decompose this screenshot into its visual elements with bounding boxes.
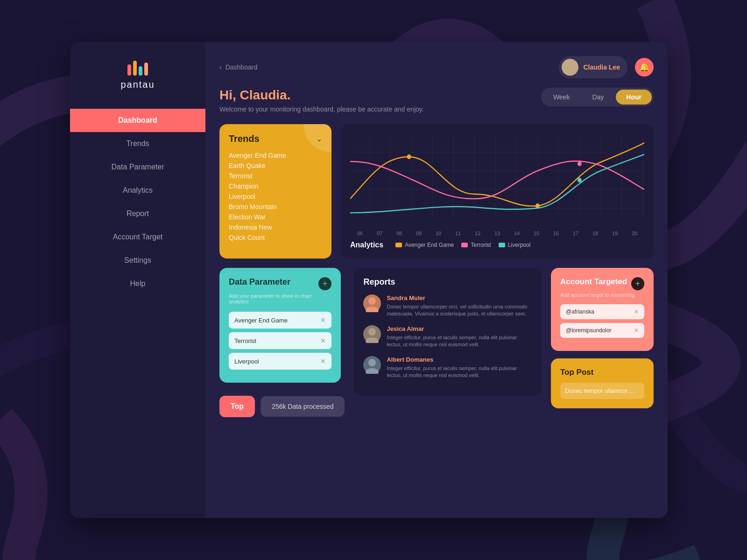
sidebar-item-account-target[interactable]: Account Target	[70, 225, 205, 249]
account-targeted-card: Account Targeted + Add account target to…	[551, 268, 654, 351]
reports-title: Reports	[363, 277, 532, 287]
top-label: Top	[219, 396, 255, 417]
chart-label-3: 09	[416, 231, 422, 236]
account-tag-1: @loremipsundolor ✕	[560, 323, 644, 338]
chart-label-14: 20	[632, 231, 637, 236]
nav-menu: Dashboard Trends Data Parameter Analytic…	[70, 109, 205, 295]
report-avatar-0	[363, 294, 381, 312]
sidebar-item-settings[interactable]: Settings	[70, 249, 205, 272]
legend-dot-0	[395, 243, 402, 247]
svg-point-25	[366, 307, 379, 312]
report-content-1: Jesica Almar Integer efficitur, purus et…	[387, 325, 532, 349]
chart-label-9: 15	[534, 231, 539, 236]
svg-point-23	[578, 178, 582, 182]
user-name: Claudia Lee	[583, 63, 620, 71]
chart-label-13: 19	[612, 231, 618, 236]
data-processed: 256k Data processed	[261, 396, 345, 417]
account-remove-1[interactable]: ✕	[634, 327, 639, 334]
welcome-section: Hi, Claudia. Welcome to your monitoring …	[219, 88, 654, 113]
trend-item-5[interactable]: Bromo Mountain	[229, 203, 322, 210]
param-label-0: Avenger End Game	[234, 317, 288, 324]
param-label-1: Terrorist	[234, 337, 256, 344]
legend-item-1: Terrorist	[461, 242, 491, 248]
report-avatar-2	[363, 356, 381, 374]
reports-card: Reports Sandra Muler Donec tempor ullamc…	[354, 268, 542, 396]
chart-label-1: 07	[377, 231, 382, 236]
trends-list: Avenger End Game Earth Quake Terrorist C…	[229, 152, 322, 241]
param-tag-2: Liverpool ✕	[229, 353, 331, 370]
trend-item-8[interactable]: Quick Count	[229, 234, 322, 241]
left-col: Data Parameter + Add your parameter to s…	[219, 268, 345, 417]
time-btn-week[interactable]: Week	[543, 90, 580, 105]
legend-label-1: Terrorist	[471, 242, 491, 248]
chart-label-5: 11	[455, 231, 461, 236]
svg-point-27	[366, 337, 379, 343]
trend-item-6[interactable]: Election War	[229, 213, 322, 221]
cards-row-1: Trends ⌄ Avenger End Game Earth Quake Te…	[219, 124, 654, 259]
account-label-0: @afrianska	[566, 308, 594, 315]
account-add-button[interactable]: +	[631, 277, 644, 290]
dropdown-icon[interactable]: ⌄	[316, 134, 322, 143]
legend-dot-2	[499, 243, 505, 247]
svg-point-29	[366, 368, 379, 374]
trend-item-3[interactable]: Champion	[229, 182, 322, 190]
report-name-0: Sandra Muler	[387, 294, 532, 301]
top-post-title: Top Post	[560, 368, 644, 377]
time-btn-hour[interactable]: Hour	[616, 90, 652, 105]
sidebar-item-report[interactable]: Report	[70, 202, 205, 225]
sidebar-item-analytics[interactable]: Analytics	[70, 179, 205, 202]
report-text-1: Integer efficitur, purus et iaculis semp…	[387, 334, 532, 349]
chart-label-8: 14	[514, 231, 520, 236]
chart-label-11: 17	[573, 231, 578, 236]
legend-dot-1	[461, 243, 468, 247]
sidebar-item-data-parameter[interactable]: Data Parameter	[70, 155, 205, 179]
time-btn-day[interactable]: Day	[582, 90, 614, 105]
legend-item-2: Liverpool	[499, 242, 531, 248]
trend-item-0[interactable]: Avenger End Game	[229, 152, 322, 159]
chart-label-7: 13	[494, 231, 500, 236]
chart-label-12: 18	[592, 231, 598, 236]
chart-label-0: 06	[357, 231, 363, 236]
param-remove-0[interactable]: ✕	[320, 316, 326, 324]
avatar	[562, 59, 578, 76]
trend-item-7[interactable]: Indonesia New	[229, 224, 322, 231]
notification-button[interactable]: 🔔	[635, 58, 654, 77]
welcome-text: Hi, Claudia. Welcome to your monitoring …	[219, 88, 424, 113]
logo-area: pantau	[120, 61, 155, 90]
header: › Dashboard Claudia Lee 🔔	[219, 56, 654, 78]
chart-area	[350, 133, 644, 227]
report-name-2: Albert Domanes	[387, 356, 532, 363]
svg-point-22	[578, 161, 582, 166]
user-area[interactable]: Claudia Lee	[559, 56, 627, 78]
account-remove-0[interactable]: ✕	[634, 308, 639, 315]
param-tag-1: Terrorist ✕	[229, 332, 331, 349]
trend-item-4[interactable]: Liverpool	[229, 193, 322, 200]
trend-item-2[interactable]: Terrorist	[229, 172, 322, 180]
param-remove-2[interactable]: ✕	[320, 357, 326, 365]
cards-row-2: Data Parameter + Add your parameter to s…	[219, 268, 654, 417]
chart-title: Analytics	[350, 241, 383, 249]
data-param-add-button[interactable]: +	[318, 277, 331, 290]
trend-item-1[interactable]: Earth Quake	[229, 162, 322, 169]
account-subtitle: Add account target to monitoring	[560, 292, 644, 298]
report-item-0: Sandra Muler Donec tempor ullamcorper or…	[363, 294, 532, 318]
data-parameter-card: Data Parameter + Add your parameter to s…	[219, 268, 341, 383]
chart-footer: Analytics Avenger End Game Terrorist Liv…	[350, 241, 644, 249]
param-label-2: Liverpool	[234, 358, 259, 365]
logo-icon	[127, 61, 148, 76]
chart-x-labels: 06 07 08 09 10 11 12 13 14 15 16 17 18 1…	[350, 231, 644, 236]
param-tag-0: Avenger End Game ✕	[229, 312, 331, 329]
sidebar-item-trends[interactable]: Trends	[70, 132, 205, 155]
report-content-2: Albert Domanes Integer efficitur, purus …	[387, 356, 532, 379]
svg-point-24	[368, 297, 376, 305]
report-item-1: Jesica Almar Integer efficitur, purus et…	[363, 325, 532, 349]
bottom-row: Top 256k Data processed	[219, 396, 345, 417]
sidebar-item-help[interactable]: Help	[70, 272, 205, 295]
sidebar: pantau Dashboard Trends Data Parameter A…	[70, 42, 205, 518]
sidebar-item-dashboard[interactable]: Dashboard	[70, 109, 205, 132]
top-post-text: Donec tempor ullamcor....	[560, 383, 644, 399]
param-remove-1[interactable]: ✕	[320, 337, 326, 344]
account-label-1: @loremipsundolor	[566, 327, 612, 334]
account-title: Account Targeted	[560, 277, 627, 287]
welcome-subtitle: Welcome to your monitoring dashboard, pl…	[219, 105, 424, 113]
